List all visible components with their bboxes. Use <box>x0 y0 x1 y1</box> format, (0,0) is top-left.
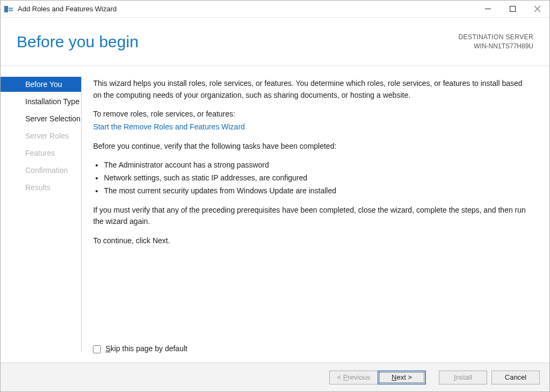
skip-page-row: Skip this page by default <box>93 343 187 355</box>
window-title: Add Roles and Features Wizard <box>18 5 117 13</box>
maximize-button[interactable] <box>500 1 525 17</box>
step-label: Server Roles <box>25 132 69 140</box>
svg-rect-2 <box>9 10 13 11</box>
prerequisites-list: The Administrator account has a strong p… <box>93 159 531 197</box>
intro-text: This wizard helps you install roles, rol… <box>93 78 531 101</box>
server-manager-icon <box>4 4 13 14</box>
verify-lead-text: Before you continue, verify that the fol… <box>93 141 531 153</box>
step-installation-type[interactable]: Installation Type <box>1 94 81 109</box>
prerequisite-item: Network settings, such as static IP addr… <box>104 172 531 184</box>
step-label: Features <box>25 149 55 157</box>
destination-label: DESTINATION SERVER <box>459 33 533 41</box>
svg-rect-4 <box>510 6 515 12</box>
step-features: Features <box>1 146 81 161</box>
destination-block: DESTINATION SERVER WIN-NN1TS77H89U <box>459 33 533 50</box>
install-button: Install <box>439 371 487 384</box>
step-label: Server Selection <box>25 114 81 123</box>
minimize-button[interactable] <box>475 1 500 17</box>
nav-button-group: < Previous Next > <box>329 371 426 384</box>
destination-server-name: WIN-NN1TS77H89U <box>459 42 533 50</box>
svg-rect-1 <box>9 8 13 9</box>
step-before-you-begin[interactable]: Before You Begin <box>1 77 81 92</box>
step-server-roles: Server Roles <box>1 128 81 143</box>
wizard-footer: < Previous Next > Install Cancel <box>1 362 549 391</box>
svg-rect-0 <box>4 6 8 12</box>
previous-button: < Previous <box>329 371 378 384</box>
wizard-header: Before you begin DESTINATION SERVER WIN-… <box>1 18 549 66</box>
continue-hint-text: To continue, click Next. <box>93 235 531 247</box>
start-remove-wizard-link[interactable]: Start the Remove Roles and Features Wiza… <box>93 122 244 131</box>
wizard-steps-sidebar: Before You Begin Installation Type Serve… <box>1 66 81 362</box>
remove-lead-text: To remove roles, role services, or featu… <box>93 108 531 120</box>
step-label: Confirmation <box>25 166 68 175</box>
wizard-window: Add Roles and Features Wizard Before you… <box>0 0 550 392</box>
step-label: Installation Type <box>25 97 79 106</box>
page-title: Before you begin <box>17 33 459 51</box>
wizard-body: Before You Begin Installation Type Serve… <box>1 66 549 362</box>
prerequisite-item: The Administrator account has a strong p… <box>104 159 531 171</box>
wizard-content: This wizard helps you install roles, rol… <box>81 66 549 362</box>
skip-page-label[interactable]: Skip this page by default <box>105 343 187 355</box>
step-results: Results <box>1 180 81 195</box>
cancel-button[interactable]: Cancel <box>491 371 540 384</box>
close-hint-text: If you must verify that any of the prece… <box>93 205 531 228</box>
prerequisite-item: The most current security updates from W… <box>104 185 531 197</box>
next-button[interactable]: Next > <box>378 371 426 384</box>
titlebar: Add Roles and Features Wizard <box>1 1 549 18</box>
step-confirmation: Confirmation <box>1 163 81 178</box>
step-server-selection[interactable]: Server Selection <box>1 111 81 126</box>
skip-page-checkbox[interactable] <box>93 345 101 353</box>
step-label: Results <box>25 183 50 192</box>
close-button[interactable] <box>525 1 549 17</box>
